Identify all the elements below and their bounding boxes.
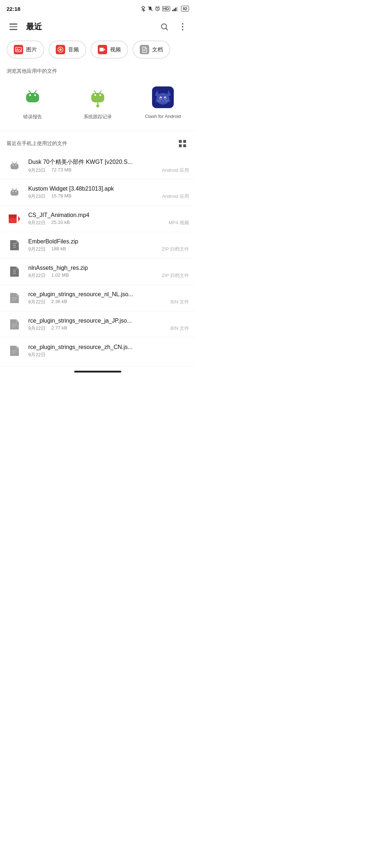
file-info: EmberBoldFiles.zip 9月22日 188 kB ZIP 归档文件: [28, 238, 189, 252]
file-date: 9月23日: [28, 167, 46, 174]
page-title: 最近: [26, 21, 158, 32]
svg-rect-75: [13, 273, 16, 274]
file-size: 188 kB: [51, 246, 66, 252]
doc-chip-icon: [140, 45, 149, 54]
svg-rect-4: [175, 8, 176, 11]
more-button[interactable]: [176, 20, 189, 33]
shortcut-error-report[interactable]: 错误报告: [0, 82, 65, 123]
file-type: BIN 文件: [171, 299, 189, 305]
svg-point-39: [156, 93, 169, 105]
svg-line-32: [94, 91, 96, 93]
file-size: 2.36 kB: [51, 299, 67, 305]
alarm-icon: [155, 6, 160, 11]
file-date: 9月22日: [28, 246, 46, 252]
svg-point-23: [29, 94, 31, 96]
section-divider: [0, 130, 196, 131]
svg-rect-49: [179, 140, 182, 143]
video-chip-icon: [98, 45, 107, 54]
svg-point-42: [160, 98, 161, 99]
svg-line-58: [12, 162, 13, 163]
image-chip-label: 图片: [26, 46, 37, 53]
file-meta: 9月22日 1.02 MB ZIP 归档文件: [28, 272, 189, 279]
status-bar: 22:18 HD 92: [0, 0, 196, 16]
file-info: rce_plugin_strings_resource_nl_NL.jso...…: [28, 291, 189, 305]
menu-button[interactable]: [7, 21, 20, 33]
svg-rect-74: [13, 271, 16, 272]
svg-rect-2: [172, 10, 173, 11]
file-item[interactable]: rce_plugin_strings_resource_nl_NL.jso...…: [0, 285, 196, 311]
file-date: 9月22日: [28, 272, 46, 279]
file-item[interactable]: rce_plugin_strings_resource_ja_JP.jso...…: [0, 311, 196, 338]
file-item[interactable]: Dusk 70个精美小部件 KWGT [v2020.S... 9月23日 72.…: [0, 153, 196, 179]
filter-chip-audio[interactable]: 音频: [49, 41, 86, 59]
svg-marker-69: [18, 216, 20, 222]
file-icon-android: [7, 184, 22, 200]
file-meta: 9月22日 2.36 kB BIN 文件: [28, 299, 189, 305]
svg-rect-16: [100, 48, 104, 51]
file-date: 9月22日: [28, 299, 46, 305]
file-date: 9月22日: [28, 325, 46, 332]
svg-point-57: [16, 165, 17, 166]
file-item[interactable]: EmberBoldFiles.zip 9月22日 188 kB ZIP 归档文件: [0, 232, 196, 259]
file-meta: 9月23日 72.73 MB Android 应用: [28, 167, 189, 174]
file-date: 9月22日: [28, 220, 46, 226]
svg-point-35: [96, 105, 99, 107]
search-button[interactable]: [158, 20, 171, 33]
clash-cat-icon: [150, 85, 176, 110]
audio-chip-label: 音频: [68, 46, 79, 53]
file-size: 2.77 kB: [51, 325, 67, 332]
svg-point-43: [164, 98, 166, 99]
file-info: rce_plugin_strings_resource_zh_CN.js... …: [28, 344, 189, 358]
svg-point-63: [13, 191, 14, 192]
svg-rect-29: [91, 93, 104, 102]
svg-rect-51: [179, 144, 182, 147]
file-size: 25.10 kB: [51, 220, 70, 226]
android-green-icon: [20, 85, 45, 110]
file-meta: 9月22日: [28, 352, 189, 358]
file-item[interactable]: CS_JIT_Animation.mp4 9月22日 25.10 kB MP4 …: [0, 206, 196, 232]
svg-line-65: [12, 188, 13, 190]
svg-line-66: [16, 188, 17, 190]
filter-chip-docs[interactable]: 文档: [133, 41, 170, 59]
recent-files-label: 最近在手机上使用过的文件: [7, 140, 67, 147]
file-date: 9月22日: [28, 352, 46, 358]
top-app-bar: 最近: [0, 16, 196, 38]
hd-icon: HD: [162, 6, 170, 11]
shortcut-trace-log[interactable]: 系统跟踪记录: [65, 82, 130, 123]
file-item[interactable]: nlnAssets_high_res.zip 9月22日 1.02 MB ZIP…: [0, 259, 196, 285]
filter-chip-images[interactable]: 图片: [7, 41, 44, 59]
svg-line-26: [34, 91, 36, 93]
file-type: MP4 视频: [169, 220, 189, 226]
file-name: rce_plugin_strings_resource_nl_NL.jso...: [28, 291, 189, 298]
svg-line-25: [29, 91, 31, 93]
svg-rect-68: [9, 214, 17, 218]
status-icons: HD 92: [141, 6, 189, 12]
svg-point-8: [182, 23, 183, 25]
svg-rect-62: [10, 190, 18, 196]
recent-files-header: 最近在手机上使用过的文件: [0, 132, 196, 153]
grid-toggle-button[interactable]: [176, 137, 189, 150]
file-icon-video: [7, 211, 22, 227]
svg-point-15: [60, 49, 61, 50]
file-type: Android 应用: [162, 167, 189, 174]
file-item[interactable]: Kustom Widget [3.48b21013].apk 9月23日 15.…: [0, 179, 196, 206]
shortcut-error-label: 错误报告: [23, 114, 42, 120]
file-date: 9月23日: [28, 193, 46, 200]
svg-point-10: [182, 29, 183, 30]
bluetooth-icon: [141, 6, 146, 12]
file-type: BIN 文件: [171, 325, 189, 332]
file-name: rce_plugin_strings_resource_zh_CN.js...: [28, 344, 189, 350]
svg-rect-22: [26, 93, 39, 102]
doc-chip-label: 文档: [152, 46, 163, 53]
image-chip-icon: [14, 45, 23, 54]
svg-point-64: [16, 191, 17, 192]
file-item[interactable]: rce_plugin_strings_resource_zh_CN.js... …: [0, 338, 196, 366]
svg-rect-55: [10, 163, 18, 169]
video-chip-label: 视频: [110, 46, 121, 53]
file-type: ZIP 归档文件: [161, 272, 189, 279]
filter-chip-video[interactable]: 视频: [91, 41, 128, 59]
shortcut-clash[interactable]: Clash for Android: [130, 82, 196, 123]
svg-rect-52: [183, 144, 186, 147]
shortcut-clash-label: Clash for Android: [145, 114, 181, 119]
home-indicator: [0, 366, 196, 375]
